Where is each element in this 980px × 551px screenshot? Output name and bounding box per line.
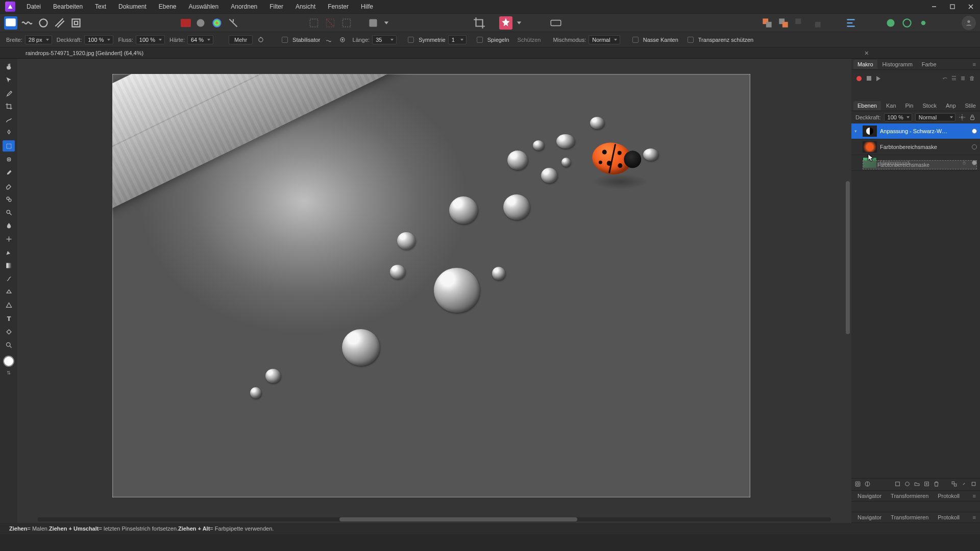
tab-ebenen[interactable]: Ebenen [853,101,881,110]
erase-tool[interactable] [3,180,15,191]
wet-checkbox[interactable] [632,37,639,43]
marquee-tool[interactable] [3,140,15,152]
layer-mask-button[interactable] [854,481,861,488]
layer-bg-visible-icon[interactable] [972,160,977,165]
tab-pin[interactable]: Pin [901,101,918,110]
canvas[interactable] [112,74,750,497]
assistant-dropdown-icon[interactable] [516,16,523,30]
horizontal-scrollbar[interactable] [38,517,831,521]
quickmask-dropdown-icon[interactable] [383,16,390,30]
arrange-3-icon[interactable] [793,16,806,30]
auto-levels-icon[interactable] [227,16,240,30]
layer-add-button[interactable] [923,481,930,488]
nav-panel-menu-icon[interactable]: ≡ [971,493,978,499]
account-avatar[interactable] [962,16,976,30]
tab-protokoll[interactable]: Protokoll [934,491,964,500]
zoom-tool[interactable] [3,339,15,350]
symmetry-checkbox[interactable] [408,37,414,43]
maximize-button[interactable] [943,0,962,13]
move-tool[interactable] [3,74,15,85]
sponge-tool[interactable] [3,286,15,297]
width-input[interactable]: 28 px [25,35,52,44]
tab-stile[interactable]: Stile [961,101,980,110]
color-swatch[interactable] [3,356,14,367]
layer-live-button[interactable] [904,481,911,488]
mirror-checkbox[interactable] [477,37,483,43]
nav-panel-menu-2-icon[interactable]: ≡ [971,514,978,520]
layer-fx-button[interactable] [894,481,901,488]
layer-opacity-input[interactable]: 100 % [884,113,912,121]
arrange-front-icon[interactable] [761,16,774,30]
assistant-icon[interactable] [499,16,512,30]
macro-record-icon[interactable] [856,76,862,81]
rgb-swatch-icon[interactable] [181,19,191,27]
canvas-area[interactable] [17,59,851,523]
dodge-tool[interactable] [3,207,15,218]
persona-liquify-button[interactable] [20,16,34,30]
tab-histogramm[interactable]: Histogramm [878,60,917,69]
layer-link-button[interactable] [961,481,967,488]
blur-tool[interactable] [3,220,15,231]
layer-delete-button[interactable] [933,481,940,488]
macro-stop-icon[interactable] [867,76,871,81]
layer-group-button[interactable] [914,481,920,488]
document-tab[interactable]: raindrops-574971_1920.jpg [Geändert] (64… [20,50,149,56]
menu-datei[interactable]: Datei [20,0,47,13]
shape-tool[interactable] [3,299,15,311]
arrange-4-icon[interactable] [810,16,823,30]
crop-icon[interactable] [473,16,486,30]
menu-hilfe[interactable]: Hilfe [355,0,379,13]
blend-select[interactable]: Normal [589,35,620,44]
snap-1-icon[interactable] [884,16,897,30]
length-input[interactable]: 35 [372,35,397,44]
align-icon[interactable] [844,16,857,30]
macro-list2-icon[interactable]: ≣ [961,75,965,82]
layer-fx-icon[interactable] [959,114,966,121]
tab-kan[interactable]: Kan [882,101,900,110]
swap-colors-icon[interactable]: ⇅ [7,370,11,375]
menu-auswaehlen[interactable]: Auswählen [182,0,225,13]
color-picker-tool[interactable] [3,87,15,98]
menu-fenster[interactable]: Fenster [322,0,355,13]
selection-invert-icon[interactable] [340,16,353,30]
menu-bearbeiten[interactable]: Bearbeiten [47,0,89,13]
menu-filter[interactable]: Filter [263,0,289,13]
menu-anordnen[interactable]: Anordnen [225,0,263,13]
opacity-input[interactable]: 100 % [84,35,113,44]
close-button[interactable] [962,0,980,13]
selection-new-icon[interactable] [307,16,321,30]
pen-tool[interactable] [3,246,15,258]
menu-ansicht[interactable]: Ansicht [289,0,322,13]
paint-brush-tool[interactable] [3,167,15,178]
tab-navigator[interactable]: Navigator [853,491,886,500]
macro-play-icon[interactable] [876,76,880,81]
hand-tool[interactable] [3,61,15,72]
menu-ebene[interactable]: Ebene [153,0,183,13]
mask-circle-icon[interactable] [194,16,207,30]
layer-visible-icon[interactable] [972,129,977,134]
layer-lock-icon[interactable] [969,114,976,121]
layer-expand-icon[interactable]: ▾ [854,129,860,134]
minimize-button[interactable] [925,0,943,13]
text-tool[interactable] [3,313,15,324]
persona-develop-button[interactable] [37,16,50,30]
layer-blend-select[interactable]: Normal [915,113,955,121]
layer-merge-button[interactable] [951,481,958,488]
trans-checkbox[interactable] [688,37,694,43]
tab-close-icon[interactable]: × [861,49,873,57]
stabilizer-checkbox[interactable] [282,37,288,43]
rope-mode-icon[interactable] [323,34,334,45]
keyboard-icon[interactable] [549,16,562,30]
persona-export-button[interactable] [69,16,83,30]
more-button[interactable]: Mehr [229,35,253,44]
quickmask-icon[interactable] [366,16,380,30]
tab-navigator-2[interactable]: Navigator [853,513,886,522]
macro-panel-menu-icon[interactable]: ≡ [971,61,978,67]
arrange-back-icon[interactable] [777,16,790,30]
layer-adjust-button[interactable] [864,481,871,488]
flow-input[interactable]: 100 % [136,35,165,44]
snap-2-icon[interactable] [900,16,914,30]
color-wheel-icon[interactable] [210,16,224,30]
layer-mask-visible-icon[interactable] [972,144,977,149]
macro-list-icon[interactable]: ☰ [951,75,957,82]
